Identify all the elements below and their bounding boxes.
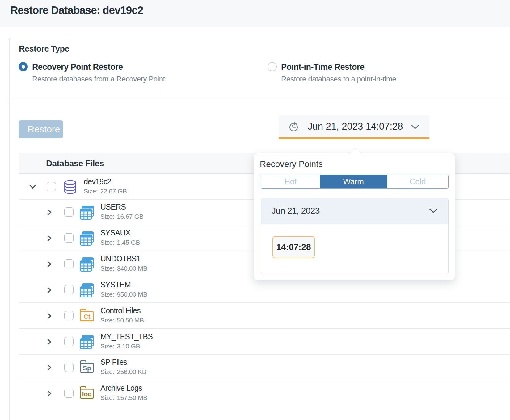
svg-text:log: log: [82, 390, 92, 397]
svg-text:Sp: Sp: [83, 364, 91, 372]
svg-text:Ct: Ct: [83, 313, 90, 320]
